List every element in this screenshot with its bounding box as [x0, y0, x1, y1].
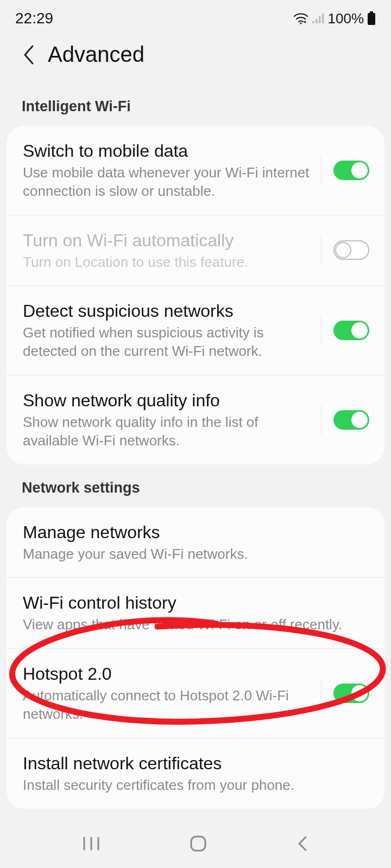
row-wifi-control-history[interactable]: Wi-Fi control history View apps that hav…	[7, 578, 384, 649]
row-title: Turn on Wi-Fi automatically	[23, 229, 311, 251]
svg-rect-3	[319, 16, 321, 23]
system-nav-bar	[0, 825, 391, 868]
row-subtitle: View apps that have turned Wi-Fi on or o…	[23, 616, 360, 634]
wifi-icon	[293, 12, 308, 24]
row-title: Wi-Fi control history	[23, 592, 360, 614]
svg-point-0	[300, 22, 301, 24]
battery-text: 100%	[328, 10, 364, 27]
row-subtitle: Automatically connect to Hotspot 2.0 Wi-…	[23, 687, 311, 724]
signal-icon	[312, 12, 325, 24]
row-detect-suspicious-networks[interactable]: Detect suspicious networks Get notified …	[7, 286, 384, 375]
toggle-turn-on-wifi-automatically	[333, 240, 369, 260]
status-time: 22:29	[15, 10, 53, 27]
row-title: Show network quality info	[23, 390, 311, 411]
row-title: Detect suspicious networks	[23, 300, 311, 322]
row-subtitle: Manage your saved Wi-Fi networks.	[23, 545, 360, 564]
back-icon[interactable]	[22, 44, 36, 66]
section-label-network-settings: Network settings	[0, 464, 391, 507]
row-title: Manage networks	[23, 521, 360, 543]
svg-rect-4	[322, 14, 324, 23]
toggle-show-network-quality-info[interactable]	[333, 410, 369, 430]
card-network-settings: Manage networks Manage your saved Wi-Fi …	[7, 507, 384, 809]
back-button[interactable]	[296, 834, 309, 853]
svg-rect-10	[191, 837, 205, 851]
svg-rect-2	[316, 19, 318, 23]
row-show-network-quality-info[interactable]: Show network quality info Show network q…	[7, 375, 384, 464]
row-title: Switch to mobile data	[23, 140, 311, 162]
app-header: Advanced	[0, 31, 391, 88]
home-button[interactable]	[189, 834, 207, 853]
row-manage-networks[interactable]: Manage networks Manage your saved Wi-Fi …	[7, 507, 384, 578]
row-install-network-certificates[interactable]: Install network certificates Install sec…	[7, 738, 384, 809]
status-bar: 22:29 100%	[0, 0, 391, 31]
row-title: Install network certificates	[23, 752, 360, 774]
row-subtitle: Use mobile data whenever your Wi-Fi inte…	[23, 164, 311, 201]
toggle-hotspot-2-0[interactable]	[333, 684, 369, 703]
row-subtitle: Get notified when suspicious activity is…	[23, 324, 311, 361]
svg-rect-6	[368, 13, 375, 25]
status-icons: 100%	[293, 10, 376, 27]
row-title: Hotspot 2.0	[23, 663, 311, 685]
row-hotspot-2-0[interactable]: Hotspot 2.0 Automatically connect to Hot…	[7, 649, 384, 738]
row-subtitle: Install security certificates from your …	[23, 776, 360, 795]
section-label-intelligent-wifi: Intelligent Wi-Fi	[0, 88, 391, 126]
toggle-detect-suspicious-networks[interactable]	[333, 321, 369, 340]
svg-rect-1	[312, 21, 314, 23]
recents-button[interactable]	[82, 835, 100, 852]
row-turn-on-wifi-automatically: Turn on Wi-Fi automatically Turn on Loca…	[7, 215, 384, 286]
row-subtitle: Show network quality info in the list of…	[23, 413, 311, 450]
page-title: Advanced	[48, 42, 144, 67]
card-intelligent-wifi: Switch to mobile data Use mobile data wh…	[7, 126, 384, 464]
row-subtitle: Turn on Location to use this feature.	[23, 253, 311, 272]
toggle-switch-to-mobile-data[interactable]	[333, 161, 369, 180]
battery-icon	[367, 11, 376, 25]
row-switch-to-mobile-data[interactable]: Switch to mobile data Use mobile data wh…	[7, 126, 384, 215]
svg-rect-5	[370, 11, 373, 13]
